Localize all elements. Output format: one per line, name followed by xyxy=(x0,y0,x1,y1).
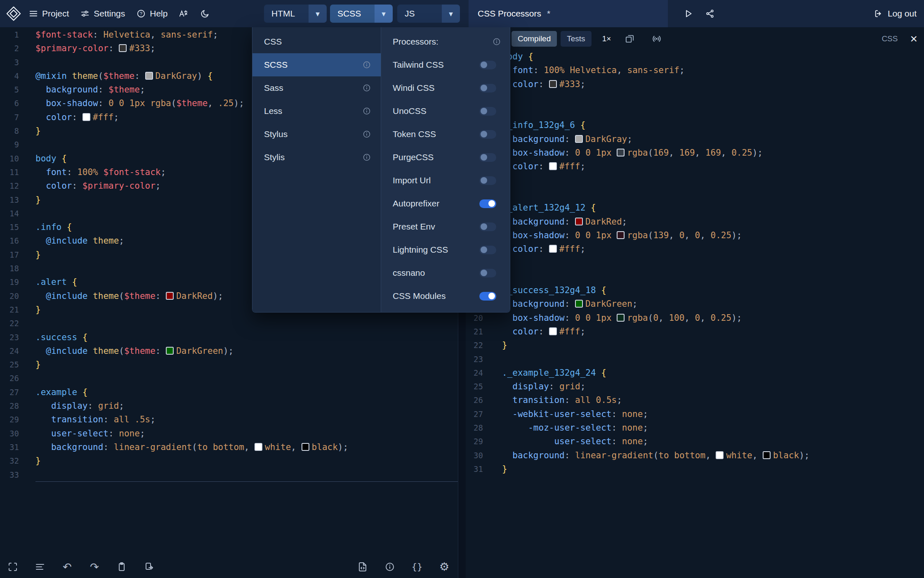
format-code-button[interactable] xyxy=(35,560,45,573)
redo-button[interactable]: ↷ xyxy=(89,560,100,573)
toggle-import-url[interactable] xyxy=(479,176,496,185)
code-line-11[interactable]: 11 xyxy=(466,187,924,201)
code-line-23[interactable]: 23 xyxy=(466,353,924,366)
toggle-autoprefixer[interactable] xyxy=(479,199,496,208)
html-panel-select[interactable]: HTML ▾ xyxy=(264,5,327,23)
code-line-10[interactable]: 10} xyxy=(466,174,924,187)
code-line-27[interactable]: 27 -webkit-user-select: none; xyxy=(466,407,924,421)
toggle-token-css[interactable] xyxy=(479,130,496,139)
toggle-purgecss[interactable] xyxy=(479,153,496,162)
code-line-24[interactable]: 24 @include theme($theme: DarkGreen); xyxy=(0,344,458,358)
color-swatch[interactable] xyxy=(763,451,771,459)
code-line-21[interactable]: 21 color: #fff; xyxy=(466,325,924,339)
color-swatch[interactable] xyxy=(549,245,557,253)
color-swatch[interactable] xyxy=(575,218,583,225)
chevron-down-icon[interactable]: ▾ xyxy=(442,5,460,23)
toggle-css-modules[interactable] xyxy=(479,292,496,301)
compiled-code-area[interactable]: 1body {2 font: 100% Helvetica, sans-seri… xyxy=(466,50,924,578)
code-line-9[interactable]: 9 color: #fff; xyxy=(466,160,924,173)
processor-row-import-url[interactable]: Import Url xyxy=(381,169,510,192)
color-swatch[interactable] xyxy=(617,149,625,156)
color-swatch[interactable] xyxy=(255,443,262,451)
code-line-25[interactable]: 25} xyxy=(0,358,458,372)
project-menu-button[interactable]: Project xyxy=(29,9,69,19)
code-line-13[interactable]: 13 background: DarkRed; xyxy=(466,215,924,229)
close-panel-button[interactable]: × xyxy=(910,33,917,45)
run-button[interactable] xyxy=(679,0,698,27)
code-line-33[interactable]: 33 xyxy=(0,468,458,482)
share-button[interactable] xyxy=(700,0,719,27)
toggle-tailwind-css[interactable] xyxy=(479,61,496,69)
toggle-cssnano[interactable] xyxy=(479,269,496,277)
code-line-4[interactable]: 4} xyxy=(466,91,924,105)
processor-row-tailwind-css[interactable]: Tailwind CSS xyxy=(381,53,510,76)
toggle-unocss[interactable] xyxy=(479,107,496,116)
zoom-level[interactable]: 1× xyxy=(602,34,611,43)
toggle-windi-css[interactable] xyxy=(479,84,496,92)
tab-compiled[interactable]: Compiled xyxy=(512,31,557,47)
processor-row-windi-css[interactable]: Windi CSS xyxy=(381,76,510,99)
code-line-16[interactable]: 16} xyxy=(466,256,924,270)
code-line-32[interactable]: 32} xyxy=(0,454,458,468)
open-preview-button[interactable] xyxy=(623,34,636,43)
info-icon[interactable] xyxy=(363,153,371,161)
processor-row-purgecss[interactable]: PurgeCSS xyxy=(381,146,510,169)
info-icon[interactable] xyxy=(363,84,371,92)
project-title-tab[interactable]: CSS Processors * xyxy=(469,0,668,27)
code-line-26[interactable]: 26 xyxy=(0,372,458,385)
code-line-28[interactable]: 28 display: grid; xyxy=(0,399,458,413)
processor-row-autoprefixer[interactable]: Autoprefixer xyxy=(381,192,510,215)
code-line-3[interactable]: 3 color: #333; xyxy=(466,78,924,91)
scss-panel-select[interactable]: SCSS ▾ xyxy=(330,5,393,23)
processor-row-cssnano[interactable]: cssnano xyxy=(381,261,510,284)
code-line-6[interactable]: 6._info_132g4_6 { xyxy=(466,118,924,132)
code-line-8[interactable]: 8 box-shadow: 0 0 1px rgba(169, 169, 169… xyxy=(466,146,924,160)
style-option-css[interactable]: CSS xyxy=(252,30,381,53)
style-option-less[interactable]: Less xyxy=(252,99,381,123)
color-swatch[interactable] xyxy=(716,451,724,459)
editor-settings-button[interactable]: ⚙ xyxy=(439,560,450,573)
code-line-5[interactable]: 5 xyxy=(466,105,924,118)
processor-row-token-css[interactable]: Token CSS xyxy=(381,123,510,146)
live-reload-button[interactable] xyxy=(651,34,663,44)
app-logo[interactable] xyxy=(6,6,21,21)
code-line-29[interactable]: 29 user-select: none; xyxy=(466,435,924,448)
js-panel-select[interactable]: JS ▾ xyxy=(397,5,460,23)
processor-row-css-modules[interactable]: CSS Modules xyxy=(381,284,510,308)
code-line-31[interactable]: 31 background: linear-gradient(to bottom… xyxy=(0,441,458,454)
color-swatch[interactable] xyxy=(575,135,583,143)
color-swatch[interactable] xyxy=(617,231,625,239)
editor-settings-json-button[interactable]: {} xyxy=(412,560,422,573)
toggle-lightning-css[interactable] xyxy=(479,246,496,254)
code-line-26[interactable]: 26 transition: all 0.5s; xyxy=(466,393,924,407)
info-icon[interactable] xyxy=(363,61,371,69)
processor-row-unocss[interactable]: UnoCSS xyxy=(381,99,510,123)
code-line-23[interactable]: 23.success { xyxy=(0,331,458,344)
color-swatch[interactable] xyxy=(82,113,90,121)
undo-button[interactable]: ↶ xyxy=(62,560,73,573)
code-line-1[interactable]: 1body { xyxy=(466,50,924,64)
style-option-stylis[interactable]: Stylis xyxy=(252,146,381,169)
translate-button[interactable] xyxy=(178,9,188,19)
code-line-7[interactable]: 7 background: DarkGray; xyxy=(466,133,924,146)
help-menu-button[interactable]: ? Help xyxy=(137,9,167,19)
color-swatch[interactable] xyxy=(549,80,557,88)
logout-button[interactable]: Log out xyxy=(874,0,917,27)
code-line-31[interactable]: 31} xyxy=(466,462,924,476)
code-line-14[interactable]: 14 box-shadow: 0 0 1px rgba(139, 0, 0, 0… xyxy=(466,229,924,242)
code-line-29[interactable]: 29 transition: all .5s; xyxy=(0,413,458,426)
clipboard-button[interactable] xyxy=(116,560,127,573)
code-line-28[interactable]: 28 -moz-user-select: none; xyxy=(466,421,924,435)
color-swatch[interactable] xyxy=(119,44,127,52)
code-line-15[interactable]: 15 color: #fff; xyxy=(466,242,924,256)
selection-tool-button[interactable] xyxy=(7,560,18,573)
info-icon[interactable] xyxy=(363,107,371,115)
processor-row-preset-env[interactable]: Preset Env xyxy=(381,215,510,238)
settings-menu-button[interactable]: Settings xyxy=(80,9,125,19)
code-line-22[interactable]: 22 xyxy=(0,317,458,330)
color-swatch[interactable] xyxy=(617,314,625,322)
color-swatch[interactable] xyxy=(549,162,557,170)
code-line-19[interactable]: 19 background: DarkGreen; xyxy=(466,297,924,311)
processor-row-lightning-css[interactable]: Lightning CSS xyxy=(381,238,510,261)
code-line-22[interactable]: 22} xyxy=(466,339,924,352)
